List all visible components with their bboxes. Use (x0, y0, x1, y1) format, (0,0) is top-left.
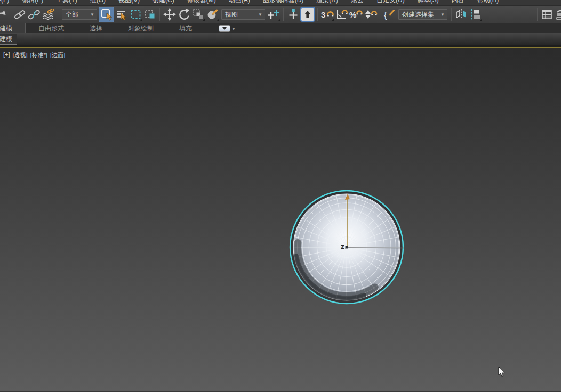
menu-graph-editors[interactable]: 图形编辑器(D) (257, 0, 310, 5)
named-selection-sets-value: 创建选择集 (402, 10, 434, 19)
selection-filter-dropdown[interactable]: 全部 ▼ (62, 9, 97, 20)
menu-customize[interactable]: 自定义(U) (370, 0, 411, 5)
separator (380, 8, 380, 21)
separator (451, 8, 452, 21)
sphere-object[interactable]: Z (277, 178, 416, 316)
ribbon-tab-freeform[interactable]: 自由形式 (26, 23, 77, 33)
svg-text:%: % (349, 10, 356, 19)
menu-create[interactable]: 创建(C) (146, 0, 181, 5)
snap-toggle-3d-icon[interactable]: 3 (320, 7, 334, 22)
ribbon-tab-populate[interactable]: 填充 (166, 23, 205, 33)
chevron-down-icon (222, 27, 227, 30)
rectangular-selection-region-icon[interactable] (129, 7, 143, 22)
reference-coordinate-system-value: 视图 (225, 10, 238, 19)
menu-edit[interactable]: 编辑(E) (15, 0, 50, 5)
mirror-icon[interactable] (454, 7, 468, 22)
menu-bar: 文件(F) 编辑(E) 工具(T) 组(G) 视图(V) 创建(C) 修改器(M… (0, 0, 561, 5)
perspective-viewport[interactable]: [+] [透视] [标准*] [边面] Z (0, 48, 561, 391)
toggle-scene-explorer-icon[interactable] (540, 7, 554, 22)
select-object-button[interactable] (99, 7, 114, 22)
selection-filter-value: 全部 (66, 10, 78, 19)
menu-file[interactable]: 文件(F) (0, 0, 15, 5)
select-and-link-icon[interactable] (12, 7, 27, 22)
align-icon[interactable] (468, 7, 483, 22)
reference-coordinate-system-dropdown[interactable]: 视图 ▼ (221, 9, 265, 20)
edit-named-selection-sets-icon[interactable]: { (382, 7, 397, 22)
ribbon-tab-bar: 建模 自由形式 选择 对象绘制 填充 ▼ (0, 23, 561, 33)
menu-animation[interactable]: 动画(A) (222, 0, 257, 5)
ribbon-tab-modeling[interactable]: 建模 (0, 23, 26, 33)
chevron-down-icon: ▼ (436, 12, 445, 17)
viewport-menu-general[interactable]: [+] (3, 51, 10, 59)
select-and-scale-icon[interactable] (191, 7, 205, 22)
spinner-snap-toggle-icon[interactable] (363, 7, 378, 22)
ribbon-tab-selection[interactable]: 选择 (77, 23, 115, 33)
toggle-layer-explorer-icon[interactable] (554, 7, 561, 22)
viewport-label: [+] [透视] [标准*] [边面] (3, 51, 65, 59)
ribbon-tab-object-paint[interactable]: 对象绘制 (115, 23, 166, 33)
redo-icon[interactable] (0, 7, 7, 22)
svg-text:{: { (384, 10, 387, 20)
menu-content[interactable]: 内容 (445, 0, 471, 5)
menu-xuancloud[interactable]: 炫云 (344, 0, 370, 5)
menu-views[interactable]: 视图(V) (112, 0, 146, 5)
select-and-rotate-icon[interactable] (177, 7, 191, 22)
menu-rendering[interactable]: 渲染(R) (310, 0, 344, 5)
menu-help[interactable]: 帮助(H) (471, 0, 506, 5)
ribbon-panel-row: 多边形建模 (0, 33, 561, 45)
keyboard-shortcut-override-toggle[interactable] (300, 7, 315, 22)
window-crossing-toggle-icon[interactable] (143, 7, 157, 22)
menu-modifiers[interactable]: 修改器(M) (181, 0, 222, 5)
select-by-name-icon[interactable] (114, 7, 129, 22)
ribbon-options-caret-icon[interactable]: ▼ (231, 27, 236, 31)
main-toolbar: 全部 ▼ 视图 ▼ 3 % (0, 5, 561, 23)
separator (159, 8, 160, 21)
menu-group[interactable]: 组(G) (84, 0, 112, 5)
menu-scripting[interactable]: 脚本(S) (411, 0, 445, 5)
named-selection-sets-dropdown[interactable]: 创建选择集 ▼ (398, 9, 447, 20)
angle-snap-toggle-icon[interactable] (334, 7, 349, 22)
select-and-manipulate-icon[interactable] (286, 7, 300, 22)
bind-to-space-warp-icon[interactable] (41, 7, 55, 22)
separator (283, 8, 284, 21)
mouse-cursor-icon (498, 366, 507, 378)
unlink-selection-icon[interactable] (27, 7, 41, 22)
svg-text:3: 3 (321, 10, 325, 19)
separator (58, 8, 58, 21)
select-and-place-icon[interactable] (205, 7, 220, 22)
separator (317, 8, 318, 21)
percent-snap-toggle-icon[interactable]: % (349, 7, 363, 22)
menu-tools[interactable]: 工具(T) (50, 0, 83, 5)
minimize-ribbon-button[interactable] (219, 25, 230, 32)
separator (537, 8, 538, 21)
select-and-move-icon[interactable] (162, 7, 177, 22)
chevron-down-icon: ▼ (254, 12, 262, 17)
svg-text:Z: Z (341, 244, 344, 250)
viewport-menu-pov[interactable]: [透视] (13, 51, 28, 59)
separator (10, 8, 10, 21)
use-pivot-point-center-icon[interactable] (267, 7, 281, 22)
viewport-menu-per-view[interactable]: [边面] (50, 51, 65, 59)
chevron-down-icon: ▼ (86, 12, 94, 17)
polygon-modeling-panel-tab[interactable]: 多边形建模 (0, 34, 17, 45)
viewport-menu-shading[interactable]: [标准*] (30, 51, 47, 59)
